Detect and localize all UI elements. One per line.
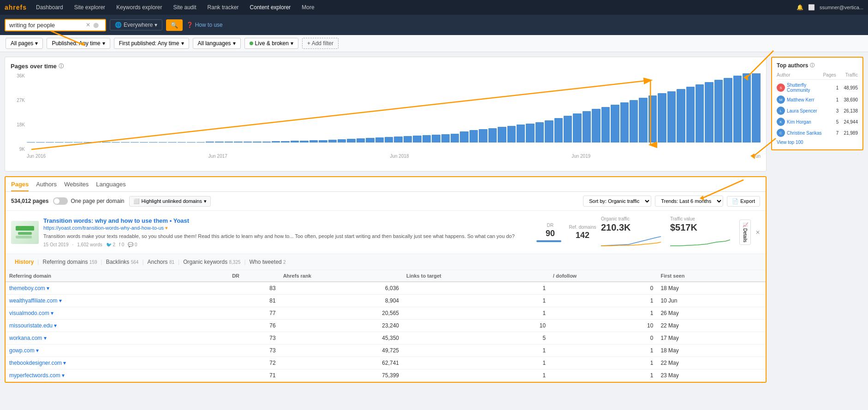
author-traffic: 38,690 bbox=[844, 97, 858, 102]
left-panel: Pages over time ⓘ 36K 27K 18K 9K bbox=[5, 57, 767, 387]
nav-content-explorer[interactable]: Content explorer bbox=[248, 4, 293, 11]
chart-bar bbox=[583, 111, 591, 143]
nav-rank-tracker[interactable]: Rank tracker bbox=[206, 4, 241, 11]
chevron-down-icon[interactable]: ▾ bbox=[165, 225, 168, 231]
scope-dropdown[interactable]: 🌐 Everywhere ▾ bbox=[110, 19, 162, 30]
question-icon: ❓ bbox=[186, 22, 193, 28]
first-seen-cell: 22 May bbox=[657, 357, 766, 369]
one-page-toggle[interactable] bbox=[53, 197, 68, 205]
domain-cell[interactable]: wealthyaffiliate.com ▾ bbox=[6, 295, 228, 307]
export-button[interactable]: 📄 Export bbox=[727, 196, 760, 207]
bell-icon[interactable]: 🔔 bbox=[797, 4, 803, 11]
dr-cell: 81 bbox=[228, 295, 279, 307]
chart-bar bbox=[601, 107, 610, 143]
sub-tab-history[interactable]: History bbox=[11, 257, 37, 267]
chart-bar bbox=[309, 140, 318, 143]
sub-tab-backlinks[interactable]: Backlinks 564 bbox=[102, 257, 143, 267]
sub-tab-organic-keywords[interactable]: Organic keywords 8,325 bbox=[179, 257, 244, 267]
tab-authors[interactable]: Authors bbox=[36, 181, 57, 191]
published-filter[interactable]: Published: Any time ▾ bbox=[47, 38, 110, 49]
chart-bar bbox=[93, 142, 101, 143]
chart-bar bbox=[328, 140, 337, 143]
chart-bar bbox=[733, 76, 742, 143]
nav-site-audit[interactable]: Site audit bbox=[172, 4, 198, 11]
chart-bar bbox=[112, 142, 120, 143]
col-dr[interactable]: DR bbox=[228, 270, 279, 282]
chart-bar bbox=[300, 141, 308, 143]
rank-cell: 75,399 bbox=[279, 369, 403, 382]
table-row: missouristate.edu ▾ 76 23,240 10 10 22 M… bbox=[6, 320, 766, 332]
domain-cell[interactable]: gowp.com ▾ bbox=[6, 345, 228, 357]
sub-tab-referring-domains[interactable]: Referring domains 159 bbox=[39, 257, 101, 267]
chart-bar bbox=[714, 80, 723, 143]
dr-cell: 71 bbox=[228, 369, 279, 382]
author-traffic: 48,995 bbox=[844, 85, 858, 90]
clear-icon[interactable]: ✕ bbox=[86, 22, 90, 28]
domain-cell[interactable]: missouristate.edu ▾ bbox=[6, 320, 228, 332]
first-seen-cell: 18 May bbox=[657, 282, 766, 295]
all-languages-filter[interactable]: All languages ▾ bbox=[193, 38, 241, 49]
chart-section: Pages over time ⓘ 36K 27K 18K 9K bbox=[5, 57, 767, 172]
nav-more[interactable]: More bbox=[300, 4, 316, 11]
live-broken-filter[interactable]: Live & broken ▾ bbox=[244, 38, 298, 49]
dofollow-cell: 0 bbox=[549, 282, 657, 295]
all-pages-filter[interactable]: All pages ▾ bbox=[6, 38, 43, 49]
trends-select[interactable]: Trends: Last 6 months bbox=[655, 196, 723, 207]
sub-tab-who-tweeted[interactable]: Who tweeted 2 bbox=[246, 257, 290, 267]
author-name[interactable]: Laura Spencer bbox=[787, 108, 831, 113]
domain-cell[interactable]: myperfectwords.com ▾ bbox=[6, 369, 228, 382]
tab-websites[interactable]: Websites bbox=[64, 181, 89, 191]
globe-icon: 🌐 bbox=[115, 22, 122, 28]
domain-cell[interactable]: themeboy.com ▾ bbox=[6, 282, 228, 295]
nav-keywords-explorer[interactable]: Keywords explorer bbox=[114, 4, 164, 11]
how-to-link[interactable]: ❓ How to use bbox=[186, 22, 222, 28]
author-pages: 1 bbox=[832, 85, 842, 90]
author-row: L Laura Spencer 3 26,138 bbox=[777, 107, 858, 115]
first-seen-cell: 22 May bbox=[657, 320, 766, 332]
chart-bar bbox=[272, 141, 280, 143]
sort-select[interactable]: Sort by: Organic traffic bbox=[583, 196, 651, 207]
chart-bar bbox=[460, 131, 468, 143]
chart-bar bbox=[225, 142, 233, 143]
add-filter-button[interactable]: + Add filter bbox=[302, 38, 339, 49]
dofollow-cell: 1 bbox=[549, 357, 657, 369]
dofollow-cell: 10 bbox=[549, 320, 657, 332]
highlight-button[interactable]: ⬜ Highlight unlinked domains ▾ bbox=[129, 196, 211, 207]
domain-cell[interactable]: workana.com ▾ bbox=[6, 332, 228, 345]
chart-bar bbox=[526, 124, 534, 143]
chart-bar bbox=[206, 142, 214, 143]
search-button[interactable]: 🔍 bbox=[166, 19, 183, 31]
view-top-100[interactable]: View top 100 bbox=[777, 140, 858, 145]
result-url[interactable]: https://yoast.com/transition-words-why-a… bbox=[43, 225, 532, 231]
close-icon[interactable]: ✕ bbox=[755, 229, 760, 236]
tab-pages[interactable]: Pages bbox=[11, 181, 29, 191]
domain-cell[interactable]: thebookdesigner.com ▾ bbox=[6, 357, 228, 369]
author-name[interactable]: Kim Horgan bbox=[787, 119, 831, 125]
nav-site-explorer[interactable]: Site explorer bbox=[72, 4, 107, 11]
first-published-filter[interactable]: First published: Any time ▾ bbox=[114, 38, 189, 49]
chart-bar bbox=[611, 105, 619, 143]
links-cell: 1 bbox=[403, 282, 549, 295]
chart-bar bbox=[178, 142, 186, 143]
author-avatar: L bbox=[777, 107, 785, 115]
author-name[interactable]: Christine Sarikas bbox=[787, 131, 831, 136]
chevron-down-icon: ▾ bbox=[291, 40, 293, 47]
tab-languages[interactable]: Languages bbox=[96, 181, 125, 191]
author-pages: 7 bbox=[832, 131, 842, 136]
dr-cell: 73 bbox=[228, 345, 279, 357]
chart-bar bbox=[630, 100, 638, 143]
nav-dashboard[interactable]: Dashboard bbox=[34, 4, 65, 11]
domain-cell[interactable]: visualmodo.com ▾ bbox=[6, 307, 228, 320]
result-title[interactable]: Transition words: why and how to use the… bbox=[43, 217, 532, 224]
author-name[interactable]: Shutterfly Community bbox=[787, 83, 831, 93]
search-input[interactable] bbox=[9, 22, 83, 29]
scope-label: Everywhere bbox=[124, 22, 153, 28]
sub-tab-anchors[interactable]: Anchors 81 bbox=[144, 257, 178, 267]
traffic-value-sparkline: Traffic value $517K bbox=[670, 216, 735, 248]
chart-bar bbox=[479, 129, 487, 143]
details-button[interactable]: 📈 Details bbox=[739, 220, 751, 245]
author-name[interactable]: Matthew Kerr bbox=[787, 97, 831, 102]
chart-bar bbox=[592, 109, 600, 143]
chart-bar bbox=[535, 122, 544, 143]
chevron-down-icon: ▾ bbox=[181, 40, 184, 47]
